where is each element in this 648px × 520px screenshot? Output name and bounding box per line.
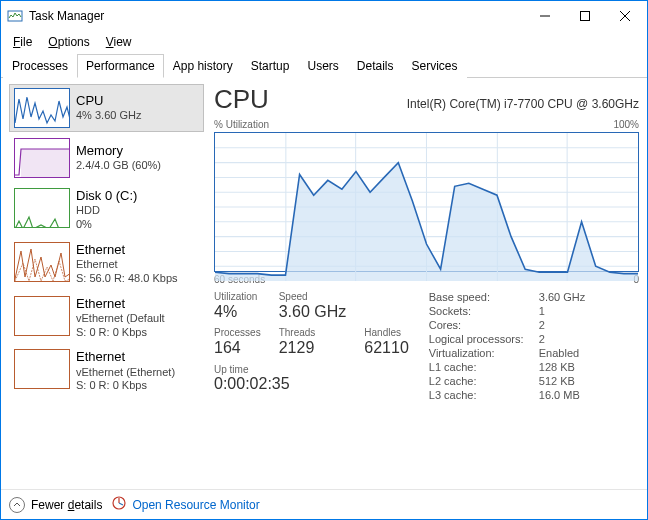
tab-processes[interactable]: Processes (3, 54, 77, 78)
memory-thumb (14, 138, 70, 178)
label-handles: Handles (364, 327, 409, 338)
sidebar-item-label: Ethernet vEthernet (Default S: 0 R: 0 Kb… (76, 296, 165, 340)
details-table: Base speed:3.60 GHz Sockets:1 Cores:2 Lo… (429, 291, 585, 401)
sidebar-item-ethernet-2[interactable]: Ethernet vEthernet (Ethernet) S: 0 R: 0 … (9, 345, 204, 397)
label-processes: Processes (214, 327, 261, 338)
sidebar-item-ethernet-1[interactable]: Ethernet vEthernet (Default S: 0 R: 0 Kb… (9, 292, 204, 344)
cpu-model: Intel(R) Core(TM) i7-7700 CPU @ 3.60GHz (293, 97, 639, 111)
menu-bar: File Options View (1, 31, 647, 53)
value-l2: 512 KB (539, 375, 585, 387)
chevron-up-icon (9, 497, 25, 513)
window-title: Task Manager (29, 9, 525, 23)
sidebar-item-label: Ethernet vEthernet (Ethernet) S: 0 R: 0 … (76, 349, 175, 393)
label-speed: Speed (279, 291, 347, 302)
tab-performance[interactable]: Performance (77, 54, 164, 78)
stats: Utilization Speed 4% 3.60 GHz Processes … (214, 291, 639, 401)
title-bar[interactable]: Task Manager (1, 1, 647, 31)
sidebar-item-cpu[interactable]: CPU 4% 3.60 GHz (9, 84, 204, 132)
menu-view[interactable]: View (98, 33, 140, 51)
resource-monitor-icon (112, 496, 126, 513)
footer: Fewer details Open Resource Monitor (1, 489, 647, 519)
sidebar-item-label: CPU 4% 3.60 GHz (76, 88, 141, 128)
menu-options[interactable]: Options (40, 33, 97, 51)
svg-rect-2 (581, 12, 590, 21)
tab-services[interactable]: Services (403, 54, 467, 78)
eth-thumb (14, 296, 70, 336)
eth-thumb (14, 242, 70, 282)
value-logical: 2 (539, 333, 585, 345)
label-basespeed: Base speed: (429, 291, 539, 303)
value-virtualization: Enabled (539, 347, 585, 359)
label-logical: Logical processors: (429, 333, 539, 345)
eth-thumb (14, 349, 70, 389)
fewer-details-button[interactable]: Fewer details (9, 497, 102, 513)
app-icon (7, 8, 23, 24)
maximize-button[interactable] (565, 2, 605, 30)
chart-label-right: 100% (613, 119, 639, 130)
sidebar-item-ethernet-0[interactable]: Ethernet Ethernet S: 56.0 R: 48.0 Kbps (9, 238, 204, 290)
label-cores: Cores: (429, 319, 539, 331)
svg-line-23 (119, 503, 123, 505)
label-sockets: Sockets: (429, 305, 539, 317)
sidebar-item-label: Memory 2.4/4.0 GB (60%) (76, 138, 161, 178)
minimize-button[interactable] (525, 2, 565, 30)
value-basespeed: 3.60 GHz (539, 291, 585, 303)
value-uptime: 0:00:02:35 (214, 375, 409, 393)
cpu-chart[interactable] (214, 132, 639, 272)
tab-startup[interactable]: Startup (242, 54, 299, 78)
label-threads: Threads (279, 327, 347, 338)
main-panel: CPU Intel(R) Core(TM) i7-7700 CPU @ 3.60… (214, 84, 639, 485)
tab-details[interactable]: Details (348, 54, 403, 78)
value-speed: 3.60 GHz (279, 303, 347, 321)
open-resource-monitor-link[interactable]: Open Resource Monitor (112, 496, 259, 513)
value-handles: 62110 (364, 339, 409, 357)
label-l1: L1 cache: (429, 361, 539, 373)
label-uptime: Up time (214, 364, 409, 375)
sidebar-item-label: Disk 0 (C:) HDD 0% (76, 188, 137, 232)
value-cores: 2 (539, 319, 585, 331)
sidebar: CPU 4% 3.60 GHz Memory 2.4/4.0 GB (60%) (9, 84, 204, 485)
task-manager-window: Task Manager File Options View Processes… (0, 0, 648, 520)
label-l2: L2 cache: (429, 375, 539, 387)
label-l3: L3 cache: (429, 389, 539, 401)
chart-label-left: % Utilization (214, 119, 269, 130)
tab-users[interactable]: Users (298, 54, 347, 78)
sidebar-item-label: Ethernet Ethernet S: 56.0 R: 48.0 Kbps (76, 242, 178, 286)
disk-thumb (14, 188, 70, 228)
menu-file[interactable]: File (5, 33, 40, 51)
value-threads: 2129 (279, 339, 347, 357)
body: CPU 4% 3.60 GHz Memory 2.4/4.0 GB (60%) (1, 78, 647, 489)
value-l3: 16.0 MB (539, 389, 585, 401)
tab-app-history[interactable]: App history (164, 54, 242, 78)
svg-rect-5 (21, 149, 70, 178)
close-button[interactable] (605, 2, 645, 30)
label-utilization: Utilization (214, 291, 261, 302)
value-utilization: 4% (214, 303, 261, 321)
cpu-thumb (14, 88, 70, 128)
sidebar-item-disk[interactable]: Disk 0 (C:) HDD 0% (9, 184, 204, 236)
label-virtualization: Virtualization: (429, 347, 539, 359)
value-processes: 164 (214, 339, 261, 357)
tab-strip: Processes Performance App history Startu… (1, 53, 647, 78)
value-l1: 128 KB (539, 361, 585, 373)
sidebar-item-memory[interactable]: Memory 2.4/4.0 GB (60%) (9, 134, 204, 182)
main-title: CPU (214, 84, 269, 115)
value-sockets: 1 (539, 305, 585, 317)
